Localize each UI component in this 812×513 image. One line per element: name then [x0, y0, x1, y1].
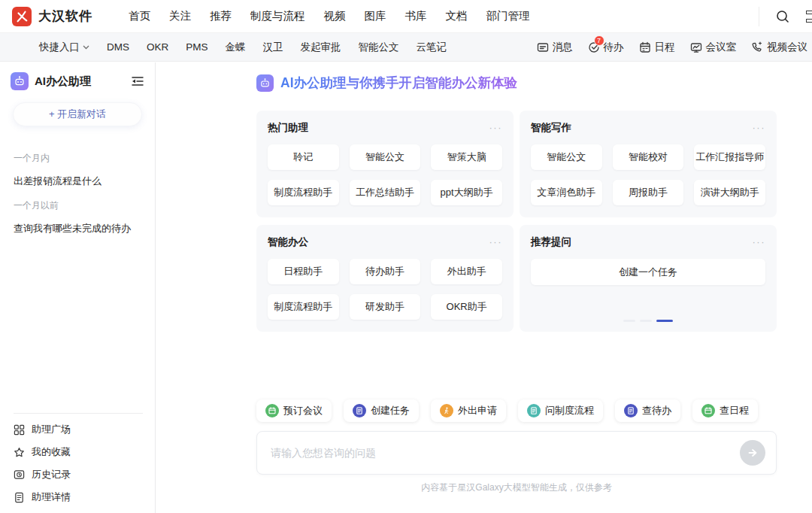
nav-docs[interactable]: 文档 [446, 9, 468, 23]
tool-messages[interactable]: 消息 [537, 41, 573, 54]
quick-link-hanwei[interactable]: 汉卫 [263, 41, 283, 54]
assistant-pill[interactable]: 日程助手 [268, 259, 339, 284]
chip-check-schedule[interactable]: 查日程 [692, 399, 758, 422]
assistant-pill[interactable]: 研发助手 [350, 294, 421, 320]
meeting-room-icon [690, 41, 702, 53]
assistant-pill[interactable]: 外出助手 [431, 259, 502, 284]
assistant-pill[interactable]: 智能校对 [613, 144, 684, 170]
quick-access-bar: 快捷入口 DMS OKR PMS 金蝶 汉卫 发起审批 智能公文 云笔记 消息 … [0, 33, 812, 62]
assistant-pill[interactable]: 智策大脑 [431, 144, 502, 170]
tool-meeting-room-label: 会议室 [706, 41, 737, 54]
chip-out-request[interactable]: 外出申请 [431, 399, 506, 422]
assistant-pill[interactable]: 文章润色助手 [531, 180, 602, 205]
history-item[interactable]: 出差报销流程是什么 [0, 168, 155, 195]
nav-video[interactable]: 视频 [324, 9, 346, 23]
assistant-pill[interactable]: 智能公文 [350, 144, 421, 170]
tool-video-meeting-label: 视频会议 [767, 41, 807, 54]
tool-meeting-room[interactable]: 会议室 [690, 41, 737, 54]
assistant-pill[interactable]: 待办助手 [350, 259, 421, 284]
message-icon [537, 41, 549, 53]
history-group-label: 一个月以前 [0, 195, 155, 215]
tool-todo[interactable]: 7 待办 [588, 41, 624, 54]
nav-follow[interactable]: 关注 [169, 9, 191, 23]
calendar-icon [265, 404, 279, 417]
pagination-dash-active[interactable] [656, 320, 673, 322]
quick-link-smart-doc[interactable]: 智能公文 [359, 41, 399, 54]
assistant-pill[interactable]: 工作汇报指导师 [694, 144, 765, 170]
menu-history[interactable]: 历史记录 [0, 463, 155, 486]
quick-link-cloud-note[interactable]: 云笔记 [417, 41, 447, 54]
chip-label: 查待办 [642, 404, 671, 417]
more-icon[interactable]: ··· [753, 239, 766, 245]
new-chat-button[interactable]: + 开启新对话 [13, 102, 142, 126]
send-icon[interactable] [740, 440, 765, 466]
assistant-cards: 热门助理 ··· 聆记 智能公文 智策大脑 制度流程助手 工作总结助手 ppt大… [256, 111, 777, 332]
star-icon [14, 447, 25, 458]
sidebar: AI办公助理 + 开启新对话 一个月内 出差报销流程是什么 一个月以前 查询我有… [0, 62, 156, 513]
more-icon[interactable]: ··· [753, 125, 766, 131]
assistant-pill[interactable]: 智能公文 [531, 144, 602, 170]
nav-library[interactable]: 书库 [405, 9, 427, 23]
ai-robot-icon [256, 74, 274, 92]
menu-assistant-detail-label: 助理详情 [32, 490, 71, 504]
assistant-pill[interactable]: OKR助手 [431, 294, 502, 320]
chip-create-task[interactable]: 创建任务 [344, 399, 419, 422]
collapse-sidebar-icon[interactable] [131, 75, 144, 87]
chip-label: 预订会议 [283, 404, 323, 417]
history-item[interactable]: 查询我有哪些未完成的待办 [0, 215, 155, 242]
carousel-pagination[interactable] [520, 320, 777, 322]
nav-dept-admin[interactable]: 部门管理 [486, 9, 530, 23]
walking-person-icon [440, 404, 453, 417]
quick-link-dms[interactable]: DMS [107, 41, 129, 53]
nav-policy-process[interactable]: 制度与流程 [250, 9, 305, 23]
question-input[interactable] [257, 447, 740, 459]
dahan-logo-icon [12, 7, 32, 26]
nav-home[interactable]: 首页 [129, 9, 150, 23]
assistant-pill[interactable]: 演讲大纲助手 [694, 180, 765, 205]
page-heading: AI办公助理与你携手开启智能办公新体验 [256, 74, 517, 92]
quick-entry-label: 快捷入口 [39, 41, 80, 54]
todo-badge: 7 [594, 35, 604, 46]
menu-assistant-plaza[interactable]: 助理广场 [0, 418, 155, 441]
more-icon[interactable]: ··· [489, 239, 503, 245]
question-input-box [256, 431, 777, 475]
chip-ask-policy[interactable]: 问制度流程 [518, 399, 603, 422]
card-smart-writing: 智能写作 ··· 智能公文 智能校对 工作汇报指导师 文章润色助手 周报助手 演… [520, 111, 777, 217]
assistant-pill[interactable]: 制度流程助手 [268, 180, 339, 205]
assistant-pill[interactable]: 工作总结助手 [350, 180, 421, 205]
assistant-pill[interactable]: 制度流程助手 [268, 294, 339, 320]
quick-action-chips: 预订会议 创建任务 外出申请 问制度流程 查待办 查日程 [256, 399, 758, 422]
chip-book-meeting[interactable]: 预订会议 [256, 399, 332, 422]
more-icon[interactable]: ··· [489, 125, 503, 131]
tool-schedule-label: 日程 [655, 41, 675, 54]
brand-name: 大汉软件 [38, 8, 92, 25]
quick-link-approval[interactable]: 发起审批 [301, 41, 341, 54]
assistant-pill[interactable]: 周报助手 [613, 180, 684, 205]
sidebar-bottom-menu: 助理广场 我的收藏 历史记录 助理详情 [0, 407, 155, 508]
pagination-dash[interactable] [623, 320, 635, 322]
quick-entry-dropdown[interactable]: 快捷入口 [39, 41, 89, 54]
apps-grid-icon-partial[interactable] [806, 11, 812, 23]
calendar-icon [639, 41, 651, 53]
menu-my-favorites[interactable]: 我的收藏 [0, 441, 155, 463]
menu-assistant-detail[interactable]: 助理详情 [0, 486, 155, 508]
brand-logo-block[interactable]: 大汉软件 [12, 7, 92, 26]
nav-recommend[interactable]: 推荐 [210, 9, 232, 23]
card-title: 智能办公 [268, 235, 489, 249]
main-content: AI办公助理与你携手开启智能办公新体验 热门助理 ··· 聆记 智能公文 智策大… [156, 62, 812, 513]
search-icon[interactable] [759, 0, 806, 32]
assistant-pill[interactable]: ppt大纲助手 [431, 180, 502, 205]
nav-gallery[interactable]: 图库 [365, 9, 386, 23]
chip-check-todo[interactable]: 查待办 [615, 399, 680, 422]
policy-doc-icon [527, 404, 541, 417]
quick-link-okr[interactable]: OKR [147, 41, 168, 53]
tool-messages-label: 消息 [553, 41, 573, 54]
assistant-pill[interactable]: 聆记 [268, 144, 339, 170]
suggested-question-pill[interactable]: 创建一个任务 [531, 259, 765, 285]
pagination-dash[interactable] [640, 320, 652, 322]
quick-link-pms[interactable]: PMS [186, 41, 208, 53]
tool-video-meeting[interactable]: 视频会议 [751, 41, 807, 54]
tool-schedule[interactable]: 日程 [639, 41, 675, 54]
quick-link-kingdee[interactable]: 金蝶 [226, 41, 246, 54]
chip-label: 查日程 [720, 404, 749, 417]
